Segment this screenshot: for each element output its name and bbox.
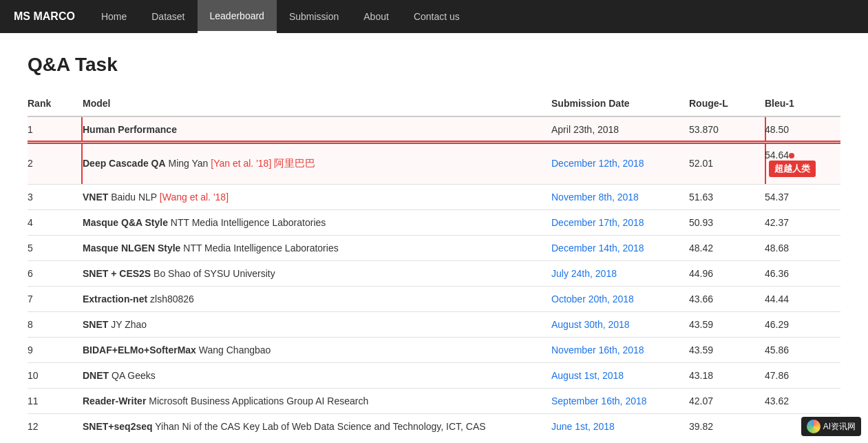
nav-home[interactable]: Home: [89, 0, 139, 33]
cell-rank: 6: [28, 261, 83, 287]
table-row: 2Deep Cascade QA Ming Yan [Yan et al. '1…: [28, 143, 840, 185]
cell-date[interactable]: June 1st, 2018: [551, 414, 689, 440]
cell-model: VNET Baidu NLP [Wang et al. '18]: [83, 185, 551, 210]
cell-bleu: 46.29: [765, 312, 840, 338]
date-link[interactable]: September 16th, 2018: [551, 395, 647, 406]
date-link[interactable]: July 24th, 2018: [551, 268, 617, 279]
cell-rouge: 39.82: [689, 414, 765, 440]
cell-rouge: 44.96: [689, 261, 765, 287]
date-link[interactable]: October 20th, 2018: [551, 293, 634, 305]
cell-date[interactable]: September 16th, 2018: [551, 389, 689, 414]
date-link[interactable]: December 12th, 2018: [551, 158, 644, 169]
cell-rank: 5: [28, 236, 83, 261]
date-link[interactable]: November 8th, 2018: [551, 192, 639, 203]
date-link[interactable]: August 30th, 2018: [551, 319, 630, 330]
navbar: MS MARCO Home Dataset Leaderboard Submis…: [0, 0, 868, 33]
date-link[interactable]: August 1st, 2018: [551, 370, 624, 381]
cell-rouge: 48.42: [689, 236, 765, 261]
cell-bleu: 48.68: [765, 236, 840, 261]
cell-rouge: 43.66: [689, 287, 765, 312]
cell-date[interactable]: November 8th, 2018: [551, 185, 689, 210]
model-name: VNET: [83, 192, 108, 203]
table-row: 9BIDAF+ELMo+SofterMax Wang ChangbaoNovem…: [28, 338, 840, 363]
table-body: 1Human PerformanceApril 23th, 201853.870…: [28, 116, 840, 439]
model-name: SNET: [83, 319, 108, 330]
model-desc: Baidu NLP: [108, 192, 157, 203]
cell-date[interactable]: August 1st, 2018: [551, 363, 689, 389]
cell-model: BIDAF+ELMo+SofterMax Wang Changbao: [83, 338, 551, 363]
date-link[interactable]: December 14th, 2018: [551, 243, 644, 254]
main-content: Q&A Task Rank Model Submission Date Roug…: [0, 33, 868, 443]
model-desc: Wang Changbao: [196, 344, 271, 356]
cell-bleu: 54.64超越人类: [765, 143, 840, 185]
table-row: 3VNET Baidu NLP [Wang et al. '18]Novembe…: [28, 185, 840, 210]
cell-rouge: 43.59: [689, 338, 765, 363]
cell-rank: 3: [28, 185, 83, 210]
leaderboard-table: Rank Model Submission Date Rouge-L Bleu-…: [28, 92, 840, 439]
col-model: Model: [83, 92, 551, 116]
nav-about[interactable]: About: [351, 0, 401, 33]
model-desc: zlsh80826: [147, 293, 194, 305]
table-row: 6SNET + CES2S Bo Shao of SYSU University…: [28, 261, 840, 287]
nav-dataset[interactable]: Dataset: [139, 0, 197, 33]
cell-bleu: 54.37: [765, 185, 840, 210]
cell-bleu: 47.86: [765, 363, 840, 389]
nav-items: Home Dataset Leaderboard Submission Abou…: [89, 0, 472, 33]
model-desc: JY Zhao: [108, 319, 147, 330]
cell-rouge: 51.63: [689, 185, 765, 210]
cell-rouge: 50.93: [689, 210, 765, 236]
table-row: 12SNET+seq2seq Yihan Ni of the CAS Key L…: [28, 414, 840, 440]
cell-rank: 11: [28, 389, 83, 414]
cell-model: SNET + CES2S Bo Shao of SYSU University: [83, 261, 551, 287]
exceed-badge: 超越人类: [769, 161, 816, 177]
model-name: Reader-Writer: [83, 395, 146, 406]
nav-leaderboard[interactable]: Leaderboard: [198, 0, 277, 33]
cell-model: Masque NLGEN Style NTT Media Intelligenc…: [83, 236, 551, 261]
cell-date[interactable]: December 17th, 2018: [551, 210, 689, 236]
watermark-text: AI资讯网: [823, 421, 856, 433]
cell-date[interactable]: October 20th, 2018: [551, 287, 689, 312]
model-link[interactable]: [Yan et al. '18]: [208, 158, 271, 169]
cell-model: DNET QA Geeks: [83, 363, 551, 389]
model-desc: NTT Media Intelligence Laboratories: [168, 217, 326, 228]
model-link[interactable]: [Wang et al. '18]: [157, 192, 229, 203]
cell-date[interactable]: December 12th, 2018: [551, 143, 689, 185]
model-name: DNET: [83, 370, 109, 381]
model-chinese: 阿里巴巴: [271, 157, 315, 169]
cell-rouge: 52.01: [689, 143, 765, 185]
cell-bleu: 45.86: [765, 338, 840, 363]
watermark: AI资讯网: [801, 417, 861, 436]
cell-bleu: 48.50: [765, 116, 840, 143]
date-link[interactable]: December 17th, 2018: [551, 217, 644, 228]
cell-rouge: 42.07: [689, 389, 765, 414]
model-desc: NTT Media Intelligence Laboratories: [180, 243, 338, 254]
cell-date[interactable]: December 14th, 2018: [551, 236, 689, 261]
date-link[interactable]: June 1st, 2018: [551, 421, 615, 432]
nav-brand: MS MARCO: [14, 10, 75, 23]
cell-rouge: 43.18: [689, 363, 765, 389]
cell-model: Deep Cascade QA Ming Yan [Yan et al. '18…: [83, 143, 551, 185]
cell-date: April 23th, 2018: [551, 116, 689, 143]
col-rank: Rank: [28, 92, 83, 116]
table-row: 8SNET JY ZhaoAugust 30th, 201843.5946.29: [28, 312, 840, 338]
cell-date[interactable]: August 30th, 2018: [551, 312, 689, 338]
cell-date[interactable]: November 16th, 2018: [551, 338, 689, 363]
cell-rank: 8: [28, 312, 83, 338]
nav-contact[interactable]: Contact us: [401, 0, 472, 33]
cell-rank: 2: [28, 143, 83, 185]
model-name: Deep Cascade QA: [83, 158, 166, 169]
model-desc: Yihan Ni of the CAS Key Lab of Web Data …: [153, 421, 486, 432]
cell-model: Human Performance: [83, 116, 551, 143]
page-title: Q&A Task: [28, 54, 840, 76]
exceed-dot: [789, 153, 794, 158]
nav-submission[interactable]: Submission: [277, 0, 351, 33]
model-name: Extraction-net: [83, 293, 147, 305]
col-date: Submission Date: [551, 92, 689, 116]
table-row: 7Extraction-net zlsh80826October 20th, 2…: [28, 287, 840, 312]
model-name: SNET+seq2seq: [83, 421, 153, 432]
col-bleu: Bleu-1: [765, 92, 840, 116]
cell-bleu: 46.36: [765, 261, 840, 287]
table-row: 11Reader-Writer Microsoft Business Appli…: [28, 389, 840, 414]
cell-date[interactable]: July 24th, 2018: [551, 261, 689, 287]
date-link[interactable]: November 16th, 2018: [551, 344, 644, 356]
